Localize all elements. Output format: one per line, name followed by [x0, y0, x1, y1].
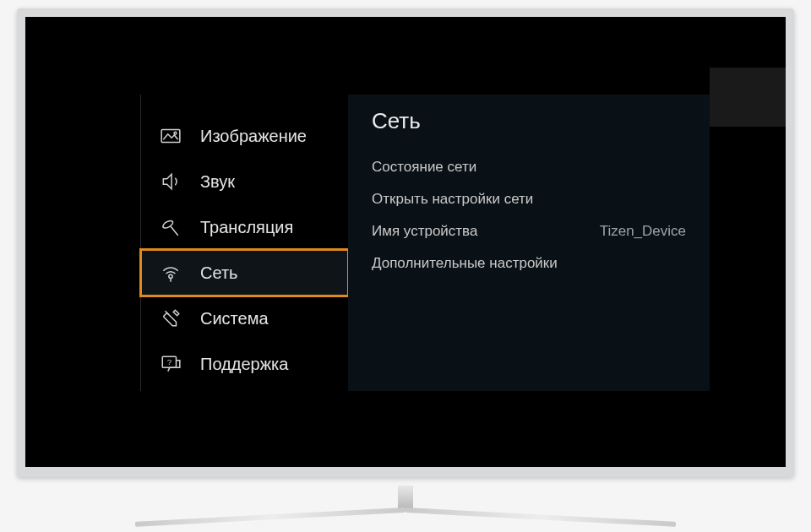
image-icon [160, 125, 182, 147]
sidebar-item-support[interactable]: ? Поддержка [141, 341, 348, 387]
broadcast-icon [160, 216, 182, 238]
sidebar-item-label: Изображение [200, 127, 307, 146]
row-device-name[interactable]: Имя устройства Tizen_Device [372, 215, 686, 247]
row-network-status[interactable]: Состояние сети [372, 151, 686, 183]
support-icon: ? [160, 353, 182, 375]
sidebar-item-label: Сеть [200, 263, 237, 283]
sidebar-item-label: Поддержка [200, 355, 288, 374]
sidebar-item-label: Система [200, 309, 269, 328]
sidebar-item-image[interactable]: Изображение [141, 113, 348, 159]
tv-screen: Изображение Звук Трансляция [25, 17, 786, 467]
row-label: Имя устройства [372, 223, 477, 240]
settings-sidebar: Изображение Звук Трансляция [140, 95, 348, 391]
row-open-network-settings[interactable]: Открыть настройки сети [372, 183, 686, 215]
corner-accent [710, 68, 786, 127]
svg-point-3 [169, 274, 172, 278]
sidebar-item-broadcast[interactable]: Трансляция [141, 204, 348, 250]
content-title: Сеть [372, 108, 686, 134]
settings-content: Сеть Состояние сети Открыть настройки се… [348, 95, 710, 391]
svg-text:?: ? [167, 357, 172, 366]
row-label: Открыть настройки сети [372, 191, 533, 208]
settings-panel: Изображение Звук Трансляция [140, 95, 710, 391]
row-label: Дополнительные настройки [372, 255, 558, 272]
sidebar-item-label: Звук [200, 172, 235, 192]
svg-point-1 [174, 132, 177, 134]
row-label: Состояние сети [372, 159, 476, 176]
sidebar-item-sound[interactable]: Звук [141, 159, 348, 204]
sidebar-item-label: Трансляция [200, 218, 293, 237]
row-additional-settings[interactable]: Дополнительные настройки [372, 247, 686, 280]
network-icon [160, 262, 182, 284]
row-value: Tizen_Device [600, 223, 686, 240]
svg-rect-0 [161, 129, 180, 142]
sidebar-item-network[interactable]: Сеть [141, 250, 348, 296]
tv-frame: Изображение Звук Трансляция [17, 8, 794, 477]
sound-icon [160, 171, 182, 193]
sidebar-item-system[interactable]: Система [141, 296, 348, 341]
system-icon [160, 307, 182, 329]
tv-stand [17, 486, 794, 509]
